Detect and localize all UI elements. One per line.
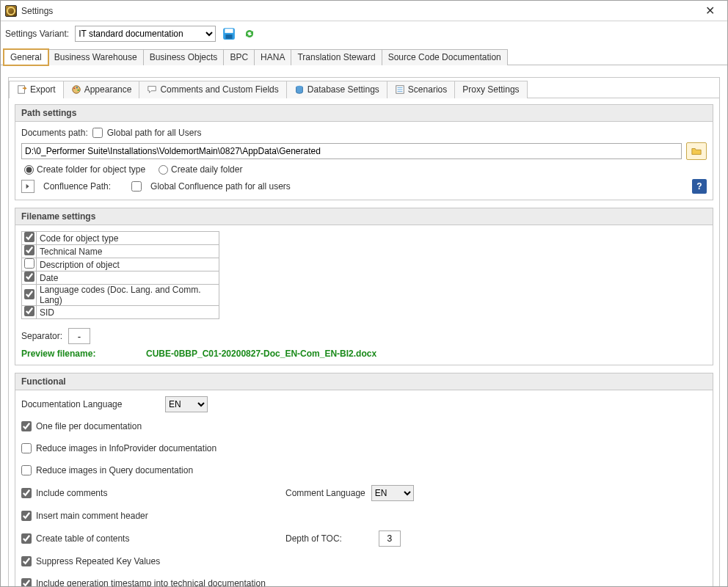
comment-icon [147, 84, 157, 95]
filename-row-code: Code for object type [22, 232, 219, 245]
tab-hana[interactable]: HANA [254, 49, 291, 65]
group-header-path: Path settings [15, 105, 713, 122]
chk-date[interactable] [24, 271, 34, 282]
top-tabs: General Business Warehouse Business Obje… [1, 48, 727, 65]
chk-include-comments[interactable] [21, 488, 32, 498]
subtab-proxy[interactable]: Proxy Settings [454, 81, 527, 98]
help-button[interactable]: ? [692, 179, 707, 194]
global-path-label: Global path for all Users [107, 128, 202, 138]
depth-toc-input[interactable] [379, 531, 401, 547]
chevron-right-icon [25, 183, 31, 189]
group-path-settings: Path settings Documents path: Global pat… [15, 104, 713, 200]
separator-label: Separator: [21, 331, 62, 341]
variant-row: Settings Variant: IT standard documentat… [1, 21, 727, 48]
chk-reduce-info[interactable] [21, 443, 32, 453]
subtab-appearance-label: Appearance [84, 84, 132, 95]
filename-row-sid: SID [22, 306, 219, 319]
confluence-path-label: Confluence Path: [43, 181, 111, 192]
depth-toc-label: Depth of TOC: [285, 533, 342, 544]
chk-code[interactable] [24, 232, 34, 242]
folder-icon [691, 146, 702, 156]
database-icon [294, 84, 305, 95]
doc-lang-select[interactable]: EN [165, 396, 208, 412]
svg-point-5 [73, 87, 75, 89]
chk-technical[interactable] [24, 245, 34, 255]
group-header-filename: Filename settings [15, 208, 713, 225]
chk-description[interactable] [24, 258, 34, 269]
subtab-database[interactable]: Database Settings [286, 81, 387, 98]
group-filename-settings: Filename settings Code for object type T… [15, 208, 713, 365]
global-confluence-label: Global Confluence path for all users [150, 181, 291, 192]
variant-select[interactable]: IT standard documentation [75, 26, 216, 42]
filename-row-date: Date [22, 271, 219, 285]
filename-row-technical: Technical Name [22, 245, 219, 258]
app-icon [5, 5, 17, 17]
tab-translation-steward[interactable]: Translation Steward [291, 49, 382, 65]
filename-row-lang: Language codes (Doc. Lang. and Comm. Lan… [22, 285, 219, 306]
subtab-export[interactable]: Export [9, 81, 64, 98]
documents-path-label: Documents path: [21, 128, 88, 138]
preview-filename-label: Preview filename: [21, 349, 146, 359]
svg-point-7 [77, 90, 79, 91]
lbl-create-toc: Create table of contents [36, 533, 129, 544]
separator-input[interactable] [68, 328, 90, 344]
close-icon[interactable]: ✕ [696, 2, 723, 20]
save-icon[interactable] [222, 26, 236, 41]
radio-create-folder-type[interactable]: Create folder for object type [24, 164, 145, 175]
filename-parts-table: Code for object type Technical Name Desc… [21, 231, 219, 319]
comment-lang-label: Comment Language [285, 488, 365, 498]
preview-filename-value: CUBE-0BBP_C01-20200827-Doc_EN-Com_EN-BI2… [146, 349, 376, 359]
lbl-reduce-query: Reduce images in Query documentation [36, 465, 193, 475]
svg-rect-3 [18, 86, 25, 94]
lbl-suppress: Suppress Repeated Key Values [36, 556, 160, 566]
documents-path-input[interactable] [21, 143, 682, 159]
chk-suppress[interactable] [21, 556, 32, 566]
subtab-export-label: Export [30, 84, 56, 95]
window-title: Settings [21, 6, 53, 16]
chk-reduce-query[interactable] [21, 465, 32, 475]
expand-confluence-button[interactable] [21, 180, 34, 193]
export-icon [17, 84, 27, 95]
svg-point-6 [76, 87, 78, 88]
chk-sid[interactable] [24, 306, 34, 316]
titlebar: Settings ✕ [1, 1, 727, 21]
radio-create-daily-folder[interactable]: Create daily folder [159, 164, 242, 175]
lbl-include-comments: Include comments [36, 488, 107, 498]
subtab-comments-label: Comments and Custom Fields [160, 84, 278, 95]
lbl-include-timestamp: Include generation timestamp into techni… [36, 578, 266, 587]
tab-bpc[interactable]: BPC [223, 49, 255, 65]
subtab-comments[interactable]: Comments and Custom Fields [139, 81, 286, 98]
tab-business-objects[interactable]: Business Objects [143, 49, 225, 65]
comment-lang-select[interactable]: EN [371, 485, 414, 501]
chk-create-toc[interactable] [21, 533, 32, 544]
variant-label: Settings Variant: [5, 29, 69, 39]
svg-point-4 [72, 86, 80, 94]
tab-business-warehouse[interactable]: Business Warehouse [48, 49, 144, 65]
subtab-proxy-label: Proxy Settings [462, 84, 519, 95]
lbl-one-file: One file per documentation [36, 421, 142, 431]
refresh-icon[interactable] [242, 26, 257, 41]
lbl-reduce-info: Reduce images in InfoProvider documentat… [36, 443, 216, 453]
subtab-database-label: Database Settings [307, 84, 379, 95]
doc-lang-label: Documentation Language [21, 399, 161, 409]
lbl-insert-header: Insert main comment header [36, 511, 148, 521]
global-confluence-checkbox[interactable] [131, 181, 142, 192]
global-path-checkbox[interactable] [92, 128, 103, 138]
chk-include-timestamp[interactable] [21, 578, 32, 587]
palette-icon [71, 84, 81, 95]
svg-rect-1 [225, 29, 233, 33]
list-icon [395, 84, 405, 95]
tab-source-code-documentation[interactable]: Source Code Documentation [382, 49, 508, 65]
tab-general[interactable]: General [4, 49, 48, 65]
subtab-scenarios[interactable]: Scenarios [387, 81, 455, 98]
filename-row-description: Description of object [22, 258, 219, 271]
group-header-functional: Functional [15, 373, 713, 390]
chk-one-file[interactable] [21, 421, 32, 431]
chk-lang[interactable] [24, 289, 34, 299]
subtab-scenarios-label: Scenarios [408, 84, 447, 95]
subtab-appearance[interactable]: Appearance [63, 81, 140, 98]
sub-tabs: Export Appearance Comments and Custom Fi… [9, 78, 719, 98]
svg-rect-2 [226, 34, 233, 39]
chk-insert-header[interactable] [21, 511, 32, 521]
browse-folder-button[interactable] [686, 142, 707, 160]
